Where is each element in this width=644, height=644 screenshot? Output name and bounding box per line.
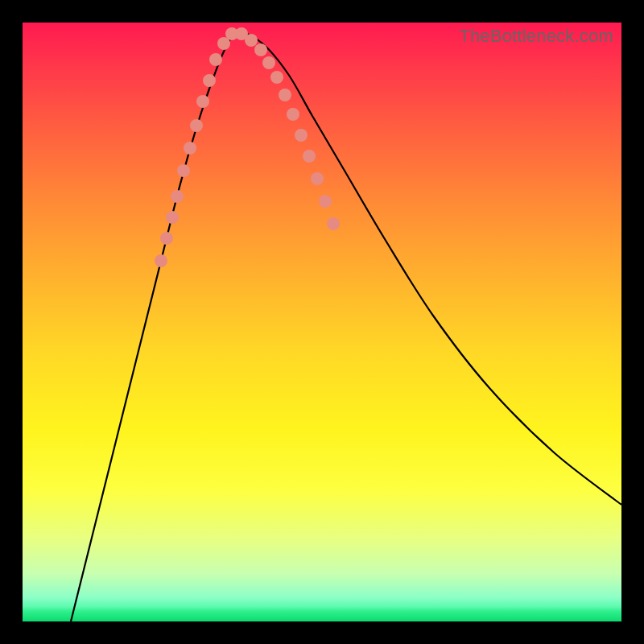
marker-dot	[245, 34, 258, 47]
marker-dot	[155, 254, 167, 267]
marker-dot	[177, 164, 190, 177]
marker-dot	[166, 211, 179, 224]
marker-dot	[327, 217, 340, 230]
chart-plot-area: TheBottleneck.com	[23, 23, 621, 621]
marker-dot	[171, 190, 184, 203]
marker-dot	[319, 195, 332, 208]
bottleneck-curve-path	[71, 32, 621, 621]
marker-dot	[295, 129, 308, 142]
marker-dot	[279, 89, 291, 101]
marker-dot	[254, 43, 267, 56]
marker-dot	[160, 232, 173, 245]
marker-dot	[209, 53, 222, 66]
marker-dot	[303, 150, 316, 163]
chart-svg	[23, 23, 621, 621]
marker-dot	[190, 119, 203, 132]
marker-dot	[287, 108, 299, 121]
marker-dot	[184, 142, 196, 155]
marker-dot	[196, 95, 209, 108]
marker-dot	[203, 74, 216, 87]
marker-dot	[262, 56, 275, 69]
marker-group	[155, 27, 340, 267]
marker-dot	[311, 172, 324, 185]
marker-dot	[270, 71, 283, 84]
watermark-text: TheBottleneck.com	[459, 26, 613, 47]
